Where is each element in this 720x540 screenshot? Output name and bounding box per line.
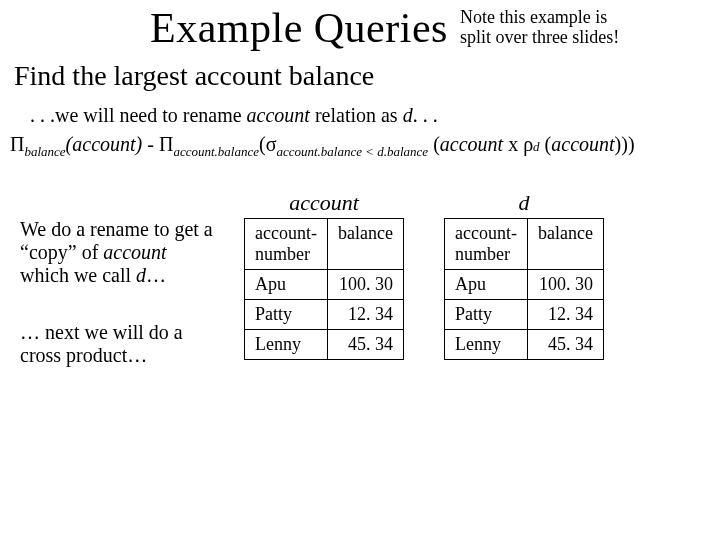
note-line-1: Note this example is bbox=[460, 7, 607, 27]
col-balance: balance bbox=[327, 219, 403, 270]
side-p1c: … bbox=[146, 264, 166, 286]
cell-name: Apu bbox=[444, 270, 527, 300]
rho-symbol: ρ bbox=[523, 133, 533, 155]
lower-area: We do a rename to get a “copy” of accoun… bbox=[0, 160, 720, 401]
table-account: account-number balance Apu 100. 30 Patty… bbox=[244, 218, 404, 360]
table-row: Patty 12. 34 bbox=[444, 300, 603, 330]
sub-d: d bbox=[533, 139, 540, 154]
table-name-account: account bbox=[244, 190, 404, 216]
pi-symbol: Π bbox=[10, 133, 24, 155]
times: x bbox=[503, 133, 523, 155]
paren-open-3: ( bbox=[433, 133, 440, 155]
side-p1b: which we call bbox=[20, 264, 136, 286]
table-row: Apu 100. 30 bbox=[245, 270, 404, 300]
table-row: Lenny 45. 34 bbox=[444, 330, 603, 360]
rename-prefix: . . .we will need to rename bbox=[30, 104, 247, 126]
note-line-2: split over three slides! bbox=[460, 27, 619, 47]
rename-suffix: . . . bbox=[413, 104, 438, 126]
cell-name: Patty bbox=[444, 300, 527, 330]
table-header-row: account-number balance bbox=[245, 219, 404, 270]
minus: - bbox=[142, 133, 159, 155]
account-3: account bbox=[551, 133, 614, 155]
table-row: Lenny 45. 34 bbox=[245, 330, 404, 360]
cell-name: Apu bbox=[245, 270, 328, 300]
col1-text: account-number bbox=[255, 223, 317, 264]
table-d: account-number balance Apu 100. 30 Patty… bbox=[444, 218, 604, 360]
rename-account: account bbox=[247, 104, 310, 126]
sigma-symbol: σ bbox=[266, 133, 277, 155]
side-paragraph-2: … next we will do a cross product… bbox=[20, 321, 220, 367]
slide-note: Note this example is split over three sl… bbox=[460, 8, 645, 48]
side-text: We do a rename to get a “copy” of accoun… bbox=[20, 190, 220, 401]
side-paragraph-1: We do a rename to get a “copy” of accoun… bbox=[20, 218, 220, 287]
subtitle: Find the largest account balance bbox=[0, 52, 720, 92]
slide-title: Example Queries bbox=[150, 4, 448, 52]
cell-balance: 100. 30 bbox=[327, 270, 403, 300]
col-account-number: account-number bbox=[245, 219, 328, 270]
sub-condition: account.balance < d.balance bbox=[276, 144, 428, 159]
cell-name: Lenny bbox=[444, 330, 527, 360]
cell-balance: 12. 34 bbox=[527, 300, 603, 330]
table-d-wrap: d account-number balance Apu 100. 30 Pat… bbox=[444, 190, 604, 360]
cell-balance: 45. 34 bbox=[327, 330, 403, 360]
side-p1-d: d bbox=[136, 264, 146, 286]
account-1: account bbox=[72, 133, 135, 155]
table-row: Apu 100. 30 bbox=[444, 270, 603, 300]
cell-balance: 45. 34 bbox=[527, 330, 603, 360]
cell-balance: 100. 30 bbox=[527, 270, 603, 300]
formula: Πbalance(account) - Πaccount.balance(σac… bbox=[0, 133, 720, 160]
sub-account-balance: account.balance bbox=[173, 144, 259, 159]
col1-text: account-number bbox=[455, 223, 517, 264]
tables: account account-number balance Apu 100. … bbox=[244, 190, 604, 360]
side-p1-account: account bbox=[103, 241, 166, 263]
rename-note: . . .we will need to rename account rela… bbox=[0, 92, 720, 133]
paren-close-3: ))) bbox=[615, 133, 635, 155]
cell-name: Patty bbox=[245, 300, 328, 330]
table-name-d: d bbox=[444, 190, 604, 216]
slide: Example Queries Note this example is spl… bbox=[0, 0, 720, 540]
table-account-wrap: account account-number balance Apu 100. … bbox=[244, 190, 404, 360]
sub-balance: balance bbox=[24, 144, 65, 159]
table-header-row: account-number balance bbox=[444, 219, 603, 270]
col-account-number: account-number bbox=[444, 219, 527, 270]
table-row: Patty 12. 34 bbox=[245, 300, 404, 330]
paren-open-2: ( bbox=[259, 133, 266, 155]
rename-d: d bbox=[403, 104, 413, 126]
cell-name: Lenny bbox=[245, 330, 328, 360]
rename-mid: relation as bbox=[310, 104, 403, 126]
title-row: Example Queries Note this example is spl… bbox=[0, 0, 720, 52]
account-2: account bbox=[440, 133, 503, 155]
cell-balance: 12. 34 bbox=[327, 300, 403, 330]
pi-symbol-2: Π bbox=[159, 133, 173, 155]
col-balance: balance bbox=[527, 219, 603, 270]
